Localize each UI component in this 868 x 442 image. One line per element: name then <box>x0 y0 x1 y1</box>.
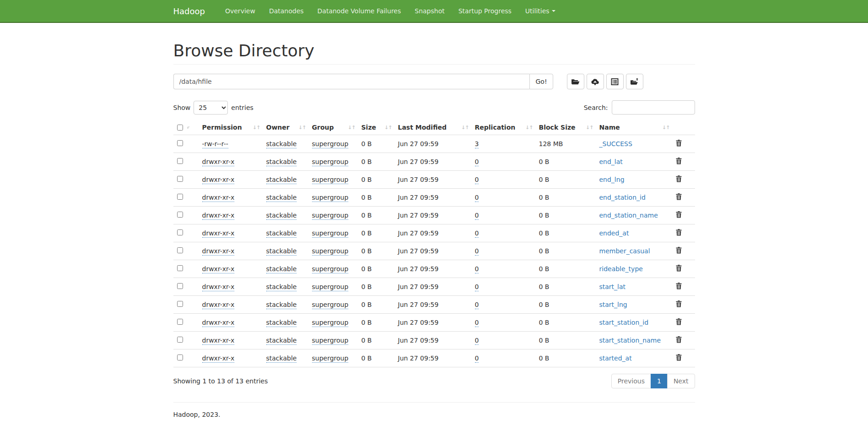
permission-value[interactable]: drwxr-xr-x <box>202 319 235 327</box>
row-select-checkbox[interactable] <box>177 140 183 146</box>
group-value[interactable]: supergroup <box>312 337 349 345</box>
replication-value[interactable]: 3 <box>475 140 479 148</box>
row-select-checkbox[interactable] <box>177 194 183 200</box>
permission-value[interactable]: -rw-r--r-- <box>202 140 228 148</box>
owner-value[interactable]: stackable <box>266 355 297 363</box>
group-value[interactable]: supergroup <box>312 229 349 238</box>
row-select-checkbox[interactable] <box>177 319 183 325</box>
directory-path-input[interactable] <box>173 74 530 89</box>
file-link[interactable]: start_lat <box>599 283 626 290</box>
delete-file-button[interactable] <box>676 336 682 343</box>
list-alt-button[interactable] <box>606 74 624 89</box>
file-link[interactable]: end_lat <box>599 158 623 165</box>
delete-file-button[interactable] <box>676 175 682 182</box>
row-select-checkbox[interactable] <box>177 158 183 164</box>
file-link[interactable]: start_lng <box>599 301 627 308</box>
owner-value[interactable]: stackable <box>266 158 297 166</box>
file-link[interactable]: end_station_name <box>599 212 658 219</box>
owner-value[interactable]: stackable <box>266 194 297 202</box>
upload-file-button[interactable] <box>587 74 604 89</box>
header-group[interactable]: Group ↓↑ <box>308 120 358 135</box>
replication-value[interactable]: 0 <box>475 176 479 184</box>
owner-value[interactable]: stackable <box>266 140 297 148</box>
permission-value[interactable]: drwxr-xr-x <box>202 247 235 256</box>
delete-file-button[interactable] <box>676 229 682 236</box>
group-value[interactable]: supergroup <box>312 283 349 291</box>
header-block-size[interactable]: Block Size ↓↑ <box>535 120 596 135</box>
replication-value[interactable]: 0 <box>475 355 479 363</box>
replication-value[interactable]: 0 <box>475 158 479 166</box>
pagination-page-1[interactable]: 1 <box>651 374 668 388</box>
permission-value[interactable]: drwxr-xr-x <box>202 212 235 220</box>
permission-value[interactable]: drwxr-xr-x <box>202 158 235 166</box>
delete-file-button[interactable] <box>676 300 682 307</box>
group-value[interactable]: supergroup <box>312 212 349 220</box>
header-size[interactable]: Size ↓↑ <box>358 120 394 135</box>
go-button[interactable]: Go! <box>529 74 553 89</box>
file-link[interactable]: rideable_type <box>599 265 643 273</box>
header-owner[interactable]: Owner ↓↑ <box>263 120 308 135</box>
permission-value[interactable]: drwxr-xr-x <box>202 176 235 184</box>
row-select-checkbox[interactable] <box>177 265 183 271</box>
nav-link-utilities[interactable]: Utilities <box>518 0 562 22</box>
row-select-checkbox[interactable] <box>177 283 183 289</box>
file-link[interactable]: member_casual <box>599 247 650 255</box>
owner-value[interactable]: stackable <box>266 337 297 345</box>
replication-value[interactable]: 0 <box>475 319 479 327</box>
replication-value[interactable]: 0 <box>475 247 479 256</box>
row-select-checkbox[interactable] <box>177 301 183 307</box>
delete-file-button[interactable] <box>676 140 682 147</box>
delete-file-button[interactable] <box>676 211 682 218</box>
permission-value[interactable]: drwxr-xr-x <box>202 283 235 291</box>
header-last-modified[interactable]: Last Modified ↓↑ <box>394 120 471 135</box>
nav-link[interactable]: Datanode Volume Failures <box>311 0 408 22</box>
delete-file-button[interactable] <box>676 265 682 272</box>
file-link[interactable]: _SUCCESS <box>599 140 632 147</box>
permission-value[interactable]: drwxr-xr-x <box>202 355 235 363</box>
nav-link[interactable]: Snapshot <box>408 0 451 22</box>
row-select-checkbox[interactable] <box>177 229 183 235</box>
replication-value[interactable]: 0 <box>475 229 479 238</box>
group-value[interactable]: supergroup <box>312 140 349 148</box>
owner-value[interactable]: stackable <box>266 229 297 238</box>
search-input[interactable] <box>612 100 695 115</box>
file-link[interactable]: end_station_id <box>599 194 646 201</box>
group-value[interactable]: supergroup <box>312 319 349 327</box>
row-select-checkbox[interactable] <box>177 212 183 218</box>
replication-value[interactable]: 0 <box>475 337 479 345</box>
owner-value[interactable]: stackable <box>266 301 297 309</box>
group-value[interactable]: supergroup <box>312 355 349 363</box>
file-link[interactable]: start_station_name <box>599 337 661 344</box>
header-replication[interactable]: Replication ↓↑ <box>471 120 535 135</box>
navbar-brand[interactable]: Hadoop <box>173 0 212 22</box>
group-value[interactable]: supergroup <box>312 265 349 273</box>
group-value[interactable]: supergroup <box>312 176 349 184</box>
file-link[interactable]: end_lng <box>599 176 625 183</box>
file-link[interactable]: ended_at <box>599 229 629 237</box>
owner-value[interactable]: stackable <box>266 247 297 256</box>
header-name[interactable]: Name ↓↑ <box>596 120 672 135</box>
header-permission[interactable]: Permission ↓↑ <box>199 120 263 135</box>
owner-value[interactable]: stackable <box>266 176 297 184</box>
permission-value[interactable]: drwxr-xr-x <box>202 265 235 273</box>
delete-file-button[interactable] <box>676 283 682 289</box>
owner-value[interactable]: stackable <box>266 319 297 327</box>
permission-value[interactable]: drwxr-xr-x <box>202 301 235 309</box>
permission-value[interactable]: drwxr-xr-x <box>202 337 235 345</box>
replication-value[interactable]: 0 <box>475 301 479 309</box>
replication-value[interactable]: 0 <box>475 283 479 291</box>
nav-link[interactable]: Startup Progress <box>452 0 518 22</box>
nav-link[interactable]: Overview <box>218 0 262 22</box>
file-link[interactable]: started_at <box>599 355 632 362</box>
group-value[interactable]: supergroup <box>312 158 349 166</box>
replication-value[interactable]: 0 <box>475 194 479 202</box>
row-select-checkbox[interactable] <box>177 337 183 343</box>
nav-link[interactable]: Datanodes <box>262 0 311 22</box>
delete-file-button[interactable] <box>676 247 682 254</box>
delete-file-button[interactable] <box>676 193 682 200</box>
group-value[interactable]: supergroup <box>312 301 349 309</box>
owner-value[interactable]: stackable <box>266 265 297 273</box>
file-link[interactable]: start_station_id <box>599 319 649 326</box>
pagination-previous[interactable]: Previous <box>611 374 651 388</box>
permission-value[interactable]: drwxr-xr-x <box>202 229 235 238</box>
